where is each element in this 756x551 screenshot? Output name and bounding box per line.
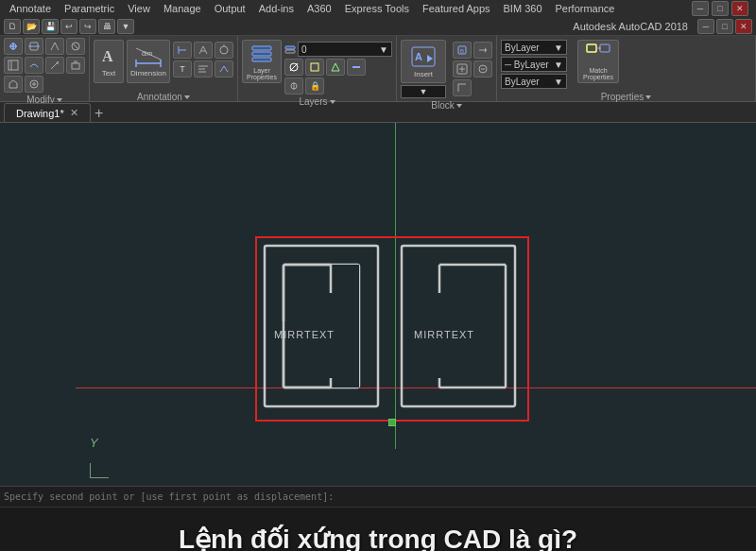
svg-rect-5 <box>9 60 18 70</box>
layer-icon-3[interactable] <box>326 59 345 76</box>
modify-icon-1[interactable] <box>4 38 23 55</box>
annotation-icon-5[interactable] <box>194 60 213 77</box>
layers-chevron[interactable] <box>330 100 335 104</box>
mirrtext-left: MIRRTEXT <box>274 329 335 340</box>
svg-rect-9 <box>72 63 79 69</box>
svg-line-4 <box>73 43 78 49</box>
layer-icon-1[interactable] <box>284 59 303 76</box>
svg-rect-48 <box>600 44 610 52</box>
properties-chevron[interactable] <box>645 95 651 99</box>
menu-featured-apps[interactable]: Featured Apps <box>417 3 496 14</box>
window-restore[interactable]: □ <box>712 1 729 16</box>
menu-output[interactable]: Output <box>209 3 251 14</box>
qat-new[interactable]: 🗋 <box>4 19 21 34</box>
svg-rect-28 <box>252 52 271 56</box>
block-icon-3[interactable] <box>453 60 472 77</box>
lineweight-dropdown[interactable]: ByLayer▼ <box>501 74 567 89</box>
insert-button[interactable]: A Insert <box>401 40 446 83</box>
modify-icon-9[interactable] <box>4 76 23 93</box>
modify-icon-6[interactable] <box>25 57 43 74</box>
menu-annotate[interactable]: Annotate <box>4 3 57 14</box>
qat-open[interactable]: 📂 <box>23 19 40 34</box>
layer-properties-button[interactable]: Layer Properties <box>242 40 282 83</box>
menu-addins[interactable]: Add-ins <box>253 3 300 14</box>
new-tab-button[interactable]: + <box>91 105 108 122</box>
match-properties-button[interactable]: Match Properties <box>577 40 619 83</box>
block-icon-2[interactable] <box>473 42 492 59</box>
svg-point-22 <box>220 46 228 54</box>
modify-icon-3[interactable] <box>45 38 64 55</box>
title-close[interactable]: ✕ <box>735 19 752 34</box>
layer-icon-5[interactable] <box>284 77 303 95</box>
drawing-tab[interactable]: Drawing1* ✕ <box>4 103 91 122</box>
layer-icon-4[interactable] <box>347 59 366 76</box>
qat-redo[interactable]: ↪ <box>79 19 96 34</box>
qat-save[interactable]: 💾 <box>42 19 59 34</box>
annotation-icon-2[interactable] <box>194 42 213 59</box>
menu-parametric[interactable]: Parametric <box>59 3 120 14</box>
caption-text: Lệnh đối xứng trong CAD là gì? <box>179 524 577 552</box>
corner-indicator <box>90 463 109 478</box>
ribbon: Modify A Text d <box>0 36 756 102</box>
grip-handle[interactable] <box>388 419 396 426</box>
ribbon-section-modify: Modify <box>0 36 90 102</box>
menu-express-tools[interactable]: Express Tools <box>339 3 415 14</box>
block-chevron[interactable] <box>456 104 462 108</box>
block-icon-4[interactable] <box>473 60 492 77</box>
block-icon-1[interactable]: B <box>453 42 472 59</box>
qat-plot[interactable]: 🖶 <box>98 19 115 34</box>
block-icons: A Insert ▼ B <box>401 38 492 98</box>
qat-dropdown[interactable]: ▼ <box>117 19 134 34</box>
svg-rect-53 <box>331 265 359 387</box>
layers-icons: Layer Properties 0▼ <box>242 38 392 95</box>
menu-a360[interactable]: A360 <box>301 3 337 14</box>
modify-icon-7[interactable] <box>45 57 64 74</box>
svg-rect-30 <box>285 46 295 49</box>
modify-icon-5[interactable] <box>4 57 23 74</box>
quick-access-toolbar: 🗋 📂 💾 ↩ ↪ 🖶 ▼ Autodesk AutoCAD 2018 ─ □ … <box>0 17 756 36</box>
command-line[interactable]: Specify second point or [use first point… <box>0 486 756 507</box>
color-dropdown[interactable]: ByLayer▼ <box>501 40 567 55</box>
insert-dropdown[interactable]: ▼ <box>401 85 446 98</box>
svg-text:A: A <box>415 51 422 62</box>
modify-icon-4[interactable] <box>66 38 85 55</box>
y-axis-label: Y <box>90 436 98 450</box>
modify-icon-8[interactable] <box>66 57 85 74</box>
ribbon-section-properties: ByLayer▼ ─ ByLayer▼ ByLayer▼ <box>497 36 756 102</box>
annotation-icon-3[interactable] <box>215 42 233 59</box>
title-restore[interactable]: □ <box>716 19 733 34</box>
layer-icon-2[interactable] <box>305 59 324 76</box>
bottom-caption: Lệnh đối xứng trong CAD là gì? <box>0 507 756 551</box>
window-close[interactable]: ✕ <box>731 1 748 16</box>
modify-icon-10[interactable] <box>25 76 43 93</box>
block-icon-5[interactable] <box>453 79 472 96</box>
modify-chevron[interactable] <box>57 98 62 102</box>
properties-label: Properties <box>501 90 751 102</box>
menu-manage[interactable]: Manage <box>158 3 207 14</box>
modify-icon-2[interactable] <box>25 38 43 55</box>
annotation-icons: A Text dim Dimension <box>94 38 233 90</box>
tab-close[interactable]: ✕ <box>70 107 78 119</box>
text-button[interactable]: A Text <box>94 40 124 83</box>
autocad-canvas: MIRRTEXT MIRRTEXT Y Specify second point… <box>0 123 756 507</box>
annotation-icon-4[interactable]: T <box>173 60 192 77</box>
title-minimize[interactable]: ─ <box>697 19 714 34</box>
annotation-icon-1[interactable] <box>173 42 192 59</box>
layer-icon-6[interactable]: 🔒 <box>305 77 324 95</box>
bracket-shapes: MIRRTEXT MIRRTEXT <box>255 236 529 422</box>
app-title: Autodesk AutoCAD 2018 <box>573 21 688 32</box>
window-minimize[interactable]: ─ <box>692 1 709 16</box>
menu-bar: Annotate Parametric View Manage Output A… <box>0 0 756 17</box>
svg-rect-27 <box>252 46 271 50</box>
annotation-icon-6[interactable] <box>215 60 233 77</box>
menu-performance[interactable]: Performance <box>550 3 621 14</box>
dimension-button[interactable]: dim Dimension <box>127 40 170 83</box>
svg-text:B: B <box>460 48 464 54</box>
menu-bim360[interactable]: BIM 360 <box>498 3 548 14</box>
menu-view[interactable]: View <box>122 3 156 14</box>
annotation-chevron[interactable] <box>184 95 190 99</box>
qat-undo[interactable]: ↩ <box>60 19 77 34</box>
svg-marker-40 <box>427 55 433 62</box>
linetype-dropdown[interactable]: ─ ByLayer▼ <box>501 57 567 72</box>
layer-dropdown[interactable]: 0▼ <box>298 42 392 57</box>
